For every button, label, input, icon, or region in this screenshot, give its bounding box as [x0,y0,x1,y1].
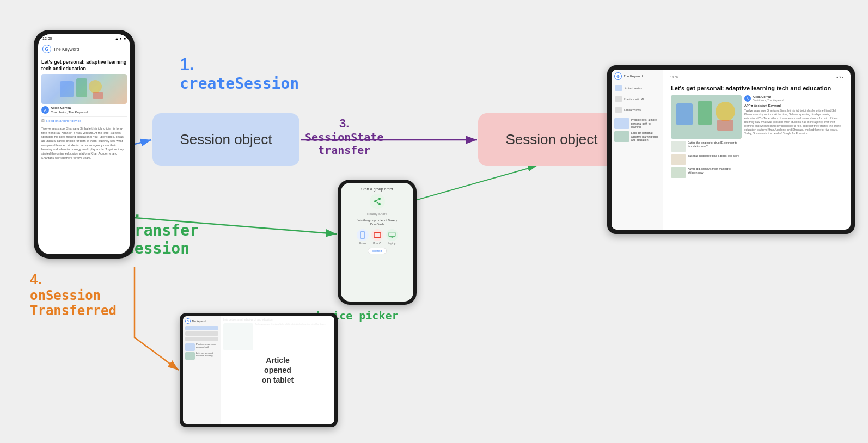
sidebar-thumb-1 [614,118,629,129]
sidebar-article-1: Practice sets: a more personal path to l… [614,118,660,129]
tablet-nav-icon-2 [615,96,622,102]
svg-point-12 [378,198,381,200]
share-circle [370,194,385,209]
read-another-device: ⊡ Read on another device [41,116,127,125]
article-opened-overlay: Article opened on tablet [221,316,334,424]
session-box-left: Session object [152,113,299,166]
svg-rect-11 [93,92,103,99]
tablet-avatar: A [744,95,751,102]
svg-point-14 [378,203,381,205]
step4-number: 4. [30,271,117,288]
svg-rect-17 [360,232,364,238]
bottom-app-name: The Keyword [192,320,206,323]
article-image [41,74,127,104]
phone-status-bar: 12:00 ▲▼ ■ [38,34,130,42]
related-title-2: Baseball and basketball: a black love st… [688,154,739,158]
related-title-1: Eating the longing for drug $1 stronger … [688,141,742,148]
bottom-sidebar-thumb-2 [185,352,195,360]
sidebar-article-1-text: Practice sets: a more personal path to l… [631,118,660,129]
article-title: Let's get personal: adaptive learning te… [41,59,127,72]
related-thumb-2 [671,154,686,165]
tablet-right: G The Keyword Limited series Practice wi… [607,65,855,234]
svg-point-13 [374,200,376,202]
session-box-right: Session object [478,113,625,166]
device-picker-content: Start a group order Nearby Share Join th… [344,187,411,254]
session-box-left-text: Session object [180,131,272,148]
related-thumb-3 [671,167,686,178]
svg-rect-9 [76,78,87,97]
tablet-status-bar: 13:00 ▲▼■ [668,74,846,81]
google-logo: G [42,45,51,53]
tablet-col-left: Eating the longing for drug $1 stronger … [671,95,742,178]
diagram-container: 1. createSession 2. transfer Session 3. … [0,0,868,443]
tablet-signal: ▲▼■ [836,76,843,79]
bottom-sidebar-item-2: Let's get personal adaptive learning [185,352,218,360]
device-item-3: Laptop [386,229,398,245]
step4-label: 4. onSession Transferred [30,271,117,318]
phone-center-device-picker: Start a group order Nearby Share Join th… [338,180,417,305]
bottom-nav-item-2 [185,331,218,336]
tablet-body: Twelve years ago, Shantanu Sinha left hi… [744,109,843,136]
device-item-1: Phone [357,229,369,245]
step2-number: 2. [125,201,199,222]
tablet-main: 13:00 ▲▼■ Let's get personal: adaptive l… [663,70,851,230]
phone-signal: ▲▼ ■ [115,36,126,40]
svg-rect-8 [60,81,74,97]
device-name-2: Pixel C [373,242,381,245]
bottom-google-logo: G [185,318,191,324]
sidebar-articles: Practice sets: a more personal path to l… [614,118,660,142]
device-icon-circle-3 [386,229,398,241]
bottom-nav-item-1 [185,326,218,330]
step2-label: 2. transfer Session [125,201,199,257]
device-icons-row: Phone Pixel C Laptop [344,229,411,245]
tablet-small-items: Eating the longing for drug $1 stronger … [671,141,742,178]
sidebar-article-2-text: Let's get personal: adaptive learning te… [631,131,660,142]
tablet-author-row: A Alicia Correa Contributor, The Keyword [744,95,843,102]
step3-text: SessionState [305,131,384,144]
svg-line-16 [376,199,378,201]
step2-text2: Session [125,239,199,257]
share-button[interactable]: Share it [368,248,387,254]
step3-number: 3. [305,116,384,131]
tablet-nav-text-2: Practice with AI [624,97,644,101]
tablet-col-right: A Alicia Correa Contributor, The Keyword… [744,95,843,178]
related-title-3: Kayne did. Money's most wanted to childr… [688,167,742,174]
tablet-body-label: APP ■ Assistant Keyword [744,104,843,107]
bottom-sidebar-item-1: Practice sets a more personal path [185,343,218,351]
svg-point-27 [716,102,735,121]
tablet-sidebar: G The Keyword Limited series Practice wi… [612,70,663,230]
tablet-article-title: Let's get personal: adaptive learning te… [671,84,843,92]
tablet-related-2: Baseball and basketball: a black love st… [671,154,742,165]
tablet-nav-text-3: Similar views [624,108,641,112]
tablet-app-name: The Keyword [624,75,643,78]
tablet-nav-header: G The Keyword [614,72,660,80]
group-order-text: Join the group order of BakeryDoorDash [344,219,411,226]
tablet-bottom-main: Let's get personal: adaptive ch and educ… [221,316,334,424]
tablet-nav-text-1: Limited series [624,87,642,90]
svg-line-4 [135,140,151,144]
tablet-content: Let's get personal: adaptive learning te… [668,81,846,181]
svg-rect-28 [717,120,733,131]
phone-nav-bar: G The Keyword [38,42,130,56]
related-thumb-1 [671,141,686,152]
share-icon-area [344,194,411,209]
svg-line-15 [376,202,378,204]
phone-time: 12:00 [42,36,52,40]
comment-section: A Alicia Correa Contributor, The Keyword [41,106,127,115]
device-item-2: Pixel C [371,229,383,245]
device-icon-circle-2 [371,229,383,241]
tablet-author-sub: Contributor, The Keyword [753,99,784,102]
sidebar-thumb-2 [614,131,629,142]
tablet-nav-item-3: Similar views [614,105,660,115]
bottom-nav-item-3 [185,337,218,341]
bottom-sidebar-text-1: Practice sets a more personal path [196,343,218,351]
tablet-google-logo: G [614,72,622,80]
step1-number: 1. [180,54,299,75]
bottom-sidebar-thumb-1 [185,343,195,351]
device-name-1: Phone [359,242,366,245]
app-name: The Keyword [53,47,79,52]
tablet-bottom-sidebar: G The Keyword Practice sets a more perso… [183,316,221,424]
step2-text: transfer [125,222,199,239]
svg-rect-19 [374,233,381,238]
svg-rect-26 [698,101,712,125]
